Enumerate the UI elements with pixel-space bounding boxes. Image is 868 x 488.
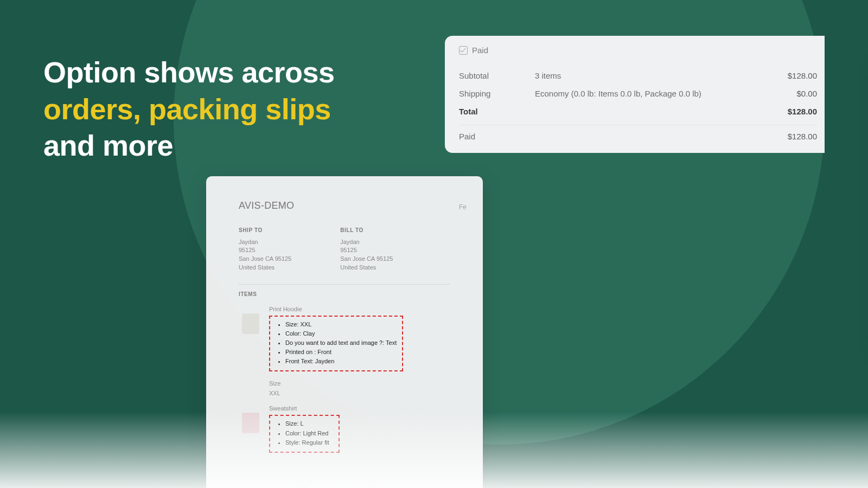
summary-value: $128.00 [752,71,817,80]
bill-zip: 95125 [340,246,393,255]
hero-line-3: and more [43,127,335,164]
summary-label: Total [459,107,535,116]
packing-slip-panel: AVIS-DEMO Fe SHIP TO Jaydan 95125 San Jo… [206,176,483,488]
summary-value: $0.00 [752,89,817,98]
product-thumb [242,313,259,334]
paid-label: Paid [472,46,488,55]
product-thumb [242,413,259,433]
slip-option: Size: L [285,419,333,428]
summary-label: Paid [459,132,535,141]
address-row: SHIP TO Jaydan 95125 San Jose CA 95125 U… [239,227,450,272]
slip-option: Color: Light Red [285,429,333,438]
hero-line-2-highlight: orders, packing slips [43,91,335,128]
slip-item: Print Hoodie Size: XXL Color: Clay Do yo… [242,306,450,371]
summary-row-total: Total $128.00 [459,102,825,120]
hero-line-1: Option shows across [43,54,335,91]
slip-option: Color: Clay [285,329,397,338]
ship-to-block: SHIP TO Jaydan 95125 San Jose CA 95125 U… [239,227,291,272]
slip-product-name: Sweatshirt [269,405,340,412]
bill-name: Jaydan [340,238,393,247]
slip-product-name: Size [269,380,280,387]
slip-option: Size: XXL [285,320,397,329]
paid-badge: Paid [459,46,488,55]
order-card-paid: Paid Subtotal 3 items $128.00 Shipping E… [445,36,825,153]
slip-item: Size XXL [242,380,450,396]
slip-option: Style: Regular fit [285,438,333,447]
summary-value: $128.00 [752,107,817,116]
items-header: ITEMS [239,291,450,297]
slip-option: Do you want to add text and image ?: Tex… [285,338,397,348]
summary-row-paid: Paid $128.00 [459,127,825,145]
ship-zip: 95125 [239,246,291,255]
slip-option: Front Text: Jayden [285,357,397,366]
ship-name: Jaydan [239,238,291,247]
slip-product-name: Print Hoodie [269,306,403,312]
bill-to-block: BILL TO Jaydan 95125 San Jose CA 95125 U… [340,227,393,272]
summary-row-shipping: Shipping Economy (0.0 lb: Items 0.0 lb, … [459,85,825,102]
divider [239,284,450,285]
divider [459,125,817,125]
check-icon [459,46,468,55]
slip-variant: XXL [269,390,280,396]
slip-date-fragment: Fe [459,203,467,211]
summary-value: $128.00 [752,132,817,141]
ship-city: San Jose CA 95125 [239,255,291,264]
bill-to-header: BILL TO [340,227,393,235]
ship-to-header: SHIP TO [239,227,291,235]
summary-mid: Economy (0.0 lb: Items 0.0 lb, Package 0… [535,89,752,98]
slip-option: Printed on : Front [285,348,397,357]
bill-city: San Jose CA 95125 [340,255,393,264]
bill-country: United States [340,264,393,272]
option-highlight-box: Size: L Color: Light Red Style: Regular … [269,415,340,452]
option-highlight-box: Size: XXL Color: Clay Do you want to add… [269,316,403,371]
hero-headline: Option shows across orders, packing slip… [43,54,335,164]
store-name: AVIS-DEMO [239,200,450,211]
summary-mid: 3 items [535,71,752,80]
summary-label: Subtotal [459,71,535,80]
summary-row-subtotal: Subtotal 3 items $128.00 [459,67,825,85]
ship-country: United States [239,264,291,272]
slip-item: Sweatshirt Size: L Color: Light Red Styl… [242,405,450,452]
summary-label: Shipping [459,89,535,98]
